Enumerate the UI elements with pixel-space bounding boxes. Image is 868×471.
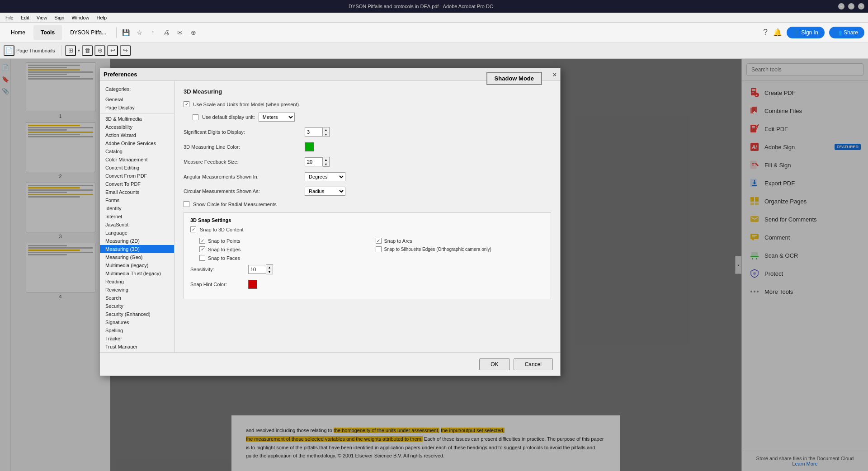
category-item-catalog[interactable]: Catalog	[100, 147, 174, 155]
delete-page-btn[interactable]: 🗑	[82, 45, 93, 56]
panel-label: Page Thumbnails	[16, 48, 55, 53]
menu-help[interactable]: Help	[93, 14, 111, 21]
snap-points-row: Snap to Points	[199, 238, 368, 244]
bookmark-button[interactable]: ☆	[133, 26, 146, 39]
minimize-button[interactable]: −	[838, 3, 844, 9]
bell-icon[interactable]: 🔔	[773, 28, 782, 37]
category-item-signatures[interactable]: Signatures	[100, 318, 174, 326]
snap-silhouette-row: Snap to Silhouette Edges (Orthographic c…	[376, 246, 545, 252]
category-item-measuring--2d-[interactable]: Measuring (2D)	[100, 237, 174, 245]
thumbnail-dropdown[interactable]: ▾	[78, 48, 80, 53]
tab-home[interactable]: Home	[4, 25, 33, 40]
snap-faces-checkbox[interactable]	[199, 255, 205, 261]
sensitivity-up[interactable]: ▲	[266, 265, 273, 269]
menu-edit[interactable]: Edit	[17, 14, 33, 21]
sig-digits-input[interactable]	[305, 127, 323, 137]
sign-in-button[interactable]: 👤 Sign In	[787, 27, 825, 38]
sensitivity-arrows: ▲ ▼	[266, 264, 273, 274]
category-item-forms[interactable]: Forms	[100, 196, 174, 204]
category-item-convert-from-pdf[interactable]: Convert From PDF	[100, 172, 174, 180]
snap-arcs-checkbox[interactable]	[376, 238, 382, 244]
use-scale-checkbox[interactable]	[184, 101, 189, 107]
dialog-close-button[interactable]: ×	[553, 71, 557, 78]
category-item-content-editing[interactable]: Content Editing	[100, 164, 174, 172]
category-item-adobe-online-services[interactable]: Adobe Online Services	[100, 139, 174, 147]
extra-button[interactable]: ⊕	[187, 26, 200, 39]
pages-icon[interactable]: 📄	[4, 45, 14, 56]
print-button[interactable]: 🖨	[160, 26, 173, 39]
thumbnail-view-btn[interactable]: ⊞	[65, 45, 76, 56]
circular-select[interactable]: Radius Diameter	[305, 187, 345, 196]
category-item-tracker[interactable]: Tracker	[100, 334, 174, 343]
email-button[interactable]: ✉	[174, 26, 186, 39]
insert-page-btn[interactable]: ⊕	[94, 45, 105, 56]
category-item-multimedia--legacy-[interactable]: Multimedia (legacy)	[100, 261, 174, 269]
sig-digits-arrows: ▲ ▼	[323, 127, 330, 137]
menubar: File Edit View Sign Window Help	[0, 13, 868, 23]
sensitivity-down[interactable]: ▼	[266, 269, 273, 274]
upload-button[interactable]: ↑	[146, 26, 159, 39]
category-item-trust-manager[interactable]: Trust Manager	[100, 343, 174, 349]
category-item-security--enhanced-[interactable]: Security (Enhanced)	[100, 310, 174, 318]
category-item-reading[interactable]: Reading	[100, 278, 174, 286]
category-item-internet[interactable]: Internet	[100, 212, 174, 221]
category-item-javascript[interactable]: JavaScript	[100, 221, 174, 229]
sig-digits-down[interactable]: ▼	[323, 132, 329, 137]
sensitivity-input[interactable]	[248, 265, 266, 274]
help-bell-area: ? 🔔	[763, 28, 782, 37]
snap-hint-color-swatch[interactable]	[248, 280, 257, 289]
menu-sign[interactable]: Sign	[51, 14, 68, 21]
snap-to-3d-checkbox[interactable]	[190, 226, 196, 232]
sensitivity-row: Sensitivity: ▲ ▼	[190, 264, 544, 274]
angular-select[interactable]: Degrees Radians	[305, 172, 345, 181]
category-item-measuring--3d-[interactable]: Measuring (3D)	[100, 245, 174, 253]
category-item-search[interactable]: Search	[100, 294, 174, 302]
menu-view[interactable]: View	[33, 14, 51, 21]
category-item-color-management[interactable]: Color Management	[100, 155, 174, 164]
share-button[interactable]: 👥 Share	[829, 27, 864, 38]
cancel-button[interactable]: Cancel	[514, 358, 553, 370]
content-panel: 3D Measuring Use Scale and Units from Mo…	[175, 81, 560, 352]
category-item-measuring--geo-[interactable]: Measuring (Geo)	[100, 253, 174, 261]
sig-digits-up[interactable]: ▲	[323, 127, 329, 132]
feedback-size-label: Measure Feedback Size:	[184, 159, 301, 165]
tab-tools[interactable]: Tools	[33, 25, 62, 40]
help-icon[interactable]: ?	[763, 28, 768, 37]
redo-btn[interactable]: ↪	[120, 45, 131, 56]
feedback-size-down[interactable]: ▼	[323, 162, 329, 166]
category-item-security[interactable]: Security	[100, 302, 174, 310]
category-item-3d---multimedia[interactable]: 3D & Multimedia	[100, 115, 174, 123]
angular-label: Angular Measurements Shown In:	[184, 174, 301, 179]
category-item-convert-to-pdf[interactable]: Convert To PDF	[100, 180, 174, 188]
category-item-accessibility[interactable]: Accessibility	[100, 123, 174, 131]
save-button[interactable]: 💾	[119, 26, 132, 39]
unit-select[interactable]: Meters Feet Inches Centimeters Millimete…	[259, 113, 295, 122]
ok-button[interactable]: OK	[479, 358, 509, 370]
close-window-button[interactable]: ×	[858, 3, 864, 9]
menu-window[interactable]: Window	[68, 14, 93, 21]
feedback-size-input[interactable]	[305, 157, 323, 166]
snap-points-checkbox[interactable]	[199, 238, 205, 244]
shadow-mode-button[interactable]: Shadow Mode	[486, 72, 542, 85]
snap-edges-checkbox[interactable]	[199, 246, 205, 252]
use-default-checkbox[interactable]	[193, 114, 198, 120]
menu-file[interactable]: File	[2, 14, 17, 21]
category-item-identity[interactable]: Identity	[100, 204, 174, 212]
show-circle-checkbox[interactable]	[184, 201, 189, 207]
snap-silhouette-checkbox[interactable]	[376, 246, 382, 252]
line-color-swatch[interactable]	[305, 142, 314, 151]
category-item-reviewing[interactable]: Reviewing	[100, 286, 174, 294]
category-item-general[interactable]: General	[100, 95, 174, 104]
category-item-page-display[interactable]: Page Display	[100, 104, 174, 112]
category-item-language[interactable]: Language	[100, 229, 174, 237]
category-item-email-accounts[interactable]: Email Accounts	[100, 188, 174, 196]
category-item-multimedia-trust--legacy-[interactable]: Multimedia Trust (legacy)	[100, 269, 174, 278]
circular-row: Circular Measurements Shown As: Radius D…	[184, 187, 551, 196]
category-item-action-wizard[interactable]: Action Wizard	[100, 131, 174, 139]
category-item-spelling[interactable]: Spelling	[100, 326, 174, 334]
feedback-size-up[interactable]: ▲	[323, 157, 329, 162]
undo-btn[interactable]: ↩	[107, 45, 118, 56]
maximize-button[interactable]: □	[848, 3, 854, 9]
use-default-label: Use default display unit:	[202, 114, 255, 120]
tab-document[interactable]: DYSON Pitfa...	[63, 25, 113, 40]
